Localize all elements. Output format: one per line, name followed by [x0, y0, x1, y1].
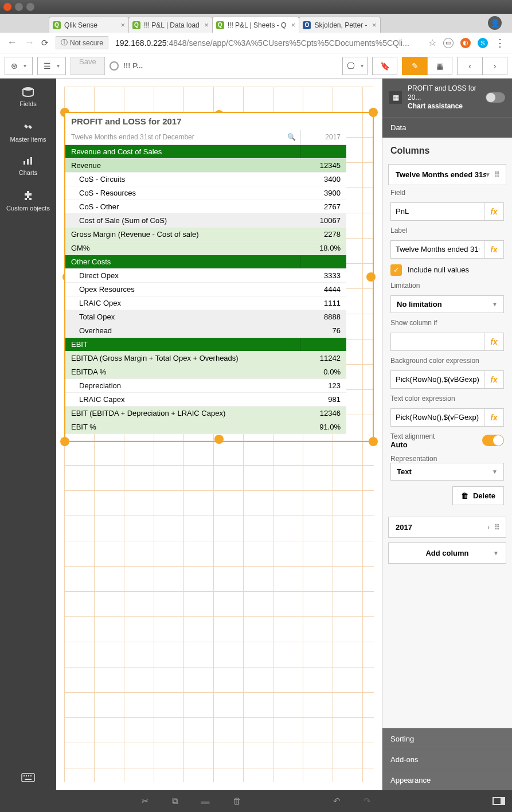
extension-icon[interactable]: ▭ — [443, 38, 454, 48]
add-column-button[interactable]: Add column ▼ — [388, 542, 506, 564]
section-addons[interactable]: Add-ons — [382, 749, 512, 770]
nav-menu-button[interactable]: ⊛ — [5, 57, 33, 75]
table-row[interactable]: EBIT — [65, 338, 346, 352]
cut-icon[interactable]: ✂ — [142, 796, 149, 806]
section-appearance[interactable]: Appearance — [382, 770, 512, 790]
security-indicator[interactable]: ⓘ Not secure — [56, 36, 108, 49]
save-button[interactable]: Save — [71, 57, 105, 75]
fx-button[interactable]: fx — [484, 202, 504, 221]
browser-tab[interactable]: OSkjolden, Petter -× — [299, 17, 380, 33]
extension-icon[interactable]: ◐ — [460, 38, 471, 48]
forward-button[interactable]: → — [24, 37, 34, 49]
table-row[interactable]: Overhead76 — [65, 324, 346, 338]
trash-icon[interactable]: 🗑 — [233, 796, 241, 806]
keyboard-icon[interactable] — [21, 773, 35, 782]
label-input[interactable] — [390, 240, 484, 259]
section-sorting[interactable]: Sorting — [382, 728, 512, 749]
table-row[interactable]: Cost of Sale (Sum of CoS)10067 — [65, 214, 346, 228]
sidebar-item-master[interactable]: Master items — [10, 121, 46, 143]
table-row[interactable]: CoS - Other2767 — [65, 200, 346, 214]
table-row[interactable]: EBIT %91.0% — [65, 420, 346, 434]
column-header[interactable]: Twelve Months ended 31st of December — [71, 133, 194, 141]
row-label: EBIT (EBITDA + Depreciation + LRAIC Cape… — [65, 407, 300, 420]
search-icon[interactable]: 🔍 — [287, 133, 296, 141]
chart-assistance-toggle[interactable] — [486, 92, 505, 103]
table-row[interactable]: EBITDA (Gross Margin + Total Opex + Over… — [65, 352, 346, 365]
undo-icon[interactable]: ↶ — [333, 796, 341, 806]
close-icon[interactable]: × — [372, 21, 377, 29]
skype-icon[interactable]: S — [478, 38, 488, 48]
window-close-icon[interactable] — [3, 3, 11, 11]
column-header[interactable]: 2017 — [300, 130, 346, 145]
fx-button[interactable]: fx — [484, 240, 504, 259]
device-preview-button[interactable]: 🖵 — [342, 57, 368, 75]
paste-icon[interactable]: ▬ — [201, 796, 210, 806]
table-row[interactable]: Revenue12345 — [65, 159, 346, 173]
resize-handle[interactable] — [214, 435, 224, 444]
table-row[interactable]: LRAIC Opex1111 — [65, 296, 346, 310]
edit-button[interactable]: ✎ — [402, 57, 427, 75]
drag-handle-icon[interactable]: ⠿ — [494, 170, 499, 179]
browser-menu-icon[interactable]: ⋮ — [495, 37, 505, 49]
column-item-collapsed[interactable]: 2017 › ⠿ — [388, 517, 506, 538]
window-minimize-icon[interactable] — [15, 3, 23, 11]
browser-tab[interactable]: Q!!! P&L | Sheets - Q× — [212, 17, 300, 33]
section-data[interactable]: Data — [382, 117, 512, 138]
table-row[interactable]: CoS - Circuits3400 — [65, 173, 346, 186]
text-color-input[interactable] — [390, 408, 484, 427]
copy-icon[interactable]: ⧉ — [172, 796, 178, 806]
url-text[interactable]: 192.168.0.225:4848/sense/app/C%3A%5CUser… — [115, 38, 421, 48]
user-badge-icon[interactable]: 👤 — [488, 16, 502, 30]
sheet-canvas[interactable]: PROFIT and LOSS for 2017 Twelve Months e… — [56, 79, 382, 790]
resize-handle[interactable] — [369, 108, 378, 117]
sidebar-item-custom[interactable]: Custom objects — [6, 190, 50, 212]
browser-tab[interactable]: QQlik Sense× — [49, 17, 129, 33]
table-row[interactable]: EBIT (EBITDA + Depreciation + LRAIC Cape… — [65, 407, 346, 420]
table-row[interactable]: Opex Resources4444 — [65, 283, 346, 296]
drag-handle-icon[interactable]: ⠿ — [494, 523, 499, 532]
table-row[interactable]: GM%18.0% — [65, 241, 346, 255]
bookmark-star-icon[interactable]: ☆ — [428, 37, 436, 48]
reload-button[interactable]: ⟳ — [41, 38, 49, 48]
table-row[interactable]: Total Opex8888 — [65, 310, 346, 324]
table-row[interactable]: EBITDA %0.0% — [65, 365, 346, 379]
alignment-toggle[interactable] — [482, 435, 504, 446]
limitation-select[interactable]: No limitation▼ — [390, 295, 504, 313]
field-input[interactable] — [390, 202, 484, 221]
table-row[interactable]: Revenue and Cost of Sales — [65, 145, 346, 159]
redo-icon[interactable]: ↷ — [364, 796, 371, 806]
table-row[interactable]: Depreciation123 — [65, 379, 346, 393]
fx-button[interactable]: fx — [484, 333, 504, 351]
bookmark-button[interactable]: 🔖 — [372, 57, 397, 75]
delete-button[interactable]: 🗑 Delete — [452, 486, 504, 505]
table-row[interactable]: CoS - Resources3900 — [65, 186, 346, 200]
show-if-input[interactable] — [390, 333, 484, 351]
table-row[interactable]: Direct Opex3333 — [65, 269, 346, 283]
resize-handle[interactable] — [369, 437, 378, 446]
panel-toggle-icon[interactable] — [493, 797, 505, 805]
list-menu-button[interactable]: ☰ — [37, 57, 66, 75]
sidebar-item-fields[interactable]: Fields — [19, 87, 36, 107]
prev-sheet-button[interactable]: ‹ — [457, 57, 482, 75]
fx-button[interactable]: fx — [484, 408, 504, 427]
browser-tab[interactable]: Q!!! P&L | Data load× — [128, 17, 213, 33]
table-row[interactable]: Gross Margin (Revenue - Cost of sale)227… — [65, 228, 346, 241]
pnl-table[interactable]: PROFIT and LOSS for 2017 Twelve Months e… — [65, 113, 346, 434]
bg-color-input[interactable] — [390, 370, 484, 389]
close-icon[interactable]: × — [204, 21, 209, 29]
table-row[interactable]: Other Costs — [65, 255, 346, 269]
resize-handle[interactable] — [60, 437, 69, 446]
close-icon[interactable]: × — [120, 21, 125, 29]
fx-button[interactable]: fx — [484, 370, 504, 389]
next-sheet-button[interactable]: › — [482, 57, 507, 75]
back-button[interactable]: ← — [7, 37, 17, 49]
window-maximize-icon[interactable] — [26, 3, 34, 11]
sheet-grid-button[interactable]: ▦ — [427, 57, 452, 75]
sidebar-item-charts[interactable]: Charts — [19, 157, 37, 176]
table-row[interactable]: LRAIC Capex981 — [65, 393, 346, 407]
close-icon[interactable]: × — [291, 21, 296, 29]
resize-handle[interactable] — [366, 272, 376, 282]
column-item-expanded[interactable]: Twelve Months ended 31st o... ▾ ⠿ — [388, 164, 506, 185]
representation-select[interactable]: Text▼ — [390, 463, 504, 481]
include-null-checkbox[interactable]: ✓ — [390, 264, 402, 276]
